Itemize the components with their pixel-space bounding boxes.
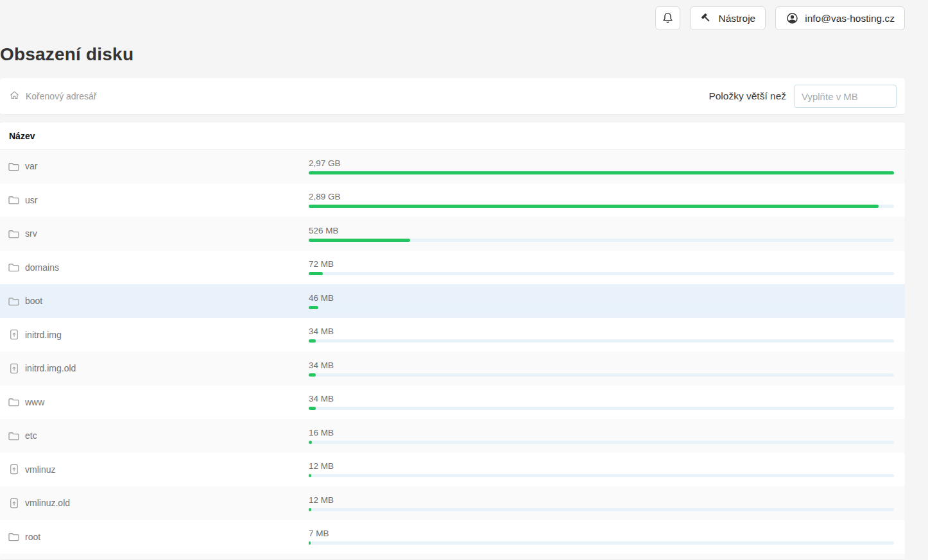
table-row[interactable]: vmlinuz 12 MB bbox=[0, 453, 905, 487]
user-icon bbox=[786, 12, 799, 25]
usage-bar-fill bbox=[309, 407, 316, 410]
page: Nástroje info@vas-hosting.cz Obsazení di… bbox=[0, 0, 905, 559]
name-cell: vmlinuz bbox=[0, 464, 309, 475]
usage-bar bbox=[309, 205, 894, 208]
name-cell: srv bbox=[0, 228, 309, 239]
table-row[interactable]: root 7 MB bbox=[0, 520, 905, 554]
usage-cell: 46 MB bbox=[309, 293, 905, 309]
table-header: Název bbox=[0, 123, 905, 149]
usage-bar bbox=[309, 508, 894, 511]
item-name: etc bbox=[25, 430, 37, 441]
name-cell: initrd.img bbox=[0, 329, 309, 340]
usage-bar-fill bbox=[309, 171, 894, 174]
item-name: www bbox=[25, 397, 44, 407]
item-size: 72 MB bbox=[309, 259, 894, 269]
item-size: 526 MB bbox=[309, 226, 894, 235]
topbar: Nástroje info@vas-hosting.cz bbox=[0, 0, 905, 30]
item-name: var bbox=[25, 161, 37, 171]
usage-bar-fill bbox=[309, 239, 410, 242]
item-name: root bbox=[25, 532, 40, 542]
table-row-partial bbox=[0, 554, 905, 559]
usage-cell: 16 MB bbox=[309, 428, 905, 444]
account-button[interactable]: info@vas-hosting.cz bbox=[775, 6, 905, 30]
usage-bar bbox=[309, 272, 894, 275]
toolbar-card: Kořenový adresář Položky větší než bbox=[0, 78, 905, 114]
item-name: initrd.img bbox=[25, 330, 62, 340]
breadcrumb[interactable]: Kořenový adresář bbox=[0, 90, 97, 103]
table-row[interactable]: boot 46 MB bbox=[0, 284, 905, 318]
item-name: vmlinuz bbox=[25, 464, 55, 475]
page-title: Obsazení disku bbox=[0, 44, 905, 65]
table-row[interactable]: initrd.img.old 34 MB bbox=[0, 352, 905, 386]
table-row[interactable]: www 34 MB bbox=[0, 386, 905, 420]
usage-bar-fill bbox=[309, 441, 312, 444]
bell-icon bbox=[661, 12, 675, 25]
item-size: 7 MB bbox=[309, 529, 894, 538]
table-row[interactable]: etc 16 MB bbox=[0, 419, 905, 453]
table-row[interactable]: initrd.img 34 MB bbox=[0, 318, 905, 352]
item-name: vmlinuz.old bbox=[25, 498, 70, 508]
folder-icon bbox=[8, 431, 19, 441]
usage-cell: 2,97 GB bbox=[309, 158, 905, 174]
name-cell: usr bbox=[0, 195, 309, 205]
folder-icon bbox=[8, 397, 19, 407]
item-name: initrd.img.old bbox=[25, 363, 76, 373]
table-row[interactable]: vmlinuz.old 12 MB bbox=[0, 486, 905, 520]
usage-cell: 2,89 GB bbox=[309, 192, 905, 208]
item-name: usr bbox=[25, 195, 37, 205]
item-size: 12 MB bbox=[309, 461, 894, 471]
name-cell: domains bbox=[0, 262, 309, 273]
usage-bar-fill bbox=[309, 474, 311, 477]
file-icon bbox=[8, 498, 19, 509]
usage-cell: 12 MB bbox=[309, 495, 905, 511]
usage-bar bbox=[309, 441, 894, 444]
usage-bar bbox=[309, 306, 894, 309]
name-cell: var bbox=[0, 161, 309, 171]
table-row[interactable]: var 2,97 GB bbox=[0, 149, 905, 183]
hammer-icon bbox=[700, 12, 712, 24]
table-row[interactable]: domains 72 MB bbox=[0, 251, 905, 285]
name-cell: www bbox=[0, 397, 309, 407]
name-cell: etc bbox=[0, 430, 309, 441]
usage-bar bbox=[309, 239, 894, 242]
name-cell: initrd.img.old bbox=[0, 363, 309, 374]
tools-button[interactable]: Nástroje bbox=[690, 6, 766, 30]
disk-usage-table: Název var 2,97 GB bbox=[0, 123, 905, 559]
name-cell: root bbox=[0, 532, 309, 542]
tools-button-label: Nástroje bbox=[718, 13, 755, 24]
usage-bar-fill bbox=[309, 205, 879, 208]
folder-icon bbox=[8, 296, 19, 306]
usage-bar bbox=[309, 407, 894, 410]
min-size-input[interactable] bbox=[794, 85, 897, 108]
usage-cell: 12 MB bbox=[309, 461, 905, 477]
account-email: info@vas-hosting.cz bbox=[805, 13, 895, 24]
table-row[interactable]: srv 526 MB bbox=[0, 217, 905, 251]
notifications-button[interactable] bbox=[655, 6, 680, 30]
item-name: srv bbox=[25, 228, 37, 239]
item-size: 46 MB bbox=[309, 293, 894, 303]
usage-cell: 72 MB bbox=[309, 259, 905, 275]
item-name: boot bbox=[25, 296, 42, 306]
file-icon bbox=[8, 464, 19, 475]
folder-icon bbox=[8, 262, 19, 272]
usage-bar-fill bbox=[309, 508, 311, 511]
usage-bar-fill bbox=[309, 339, 316, 343]
name-cell: vmlinuz.old bbox=[0, 498, 309, 509]
table-row[interactable]: usr 2,89 GB bbox=[0, 183, 905, 217]
usage-cell: 34 MB bbox=[309, 327, 905, 343]
usage-bar bbox=[309, 541, 894, 545]
usage-cell: 7 MB bbox=[309, 529, 905, 545]
item-size: 34 MB bbox=[309, 394, 894, 403]
size-filter: Položky větší než bbox=[709, 85, 905, 108]
usage-bar-fill bbox=[309, 272, 323, 275]
item-size: 12 MB bbox=[309, 495, 894, 505]
item-name: domains bbox=[25, 262, 59, 273]
folder-icon bbox=[8, 162, 19, 171]
usage-bar bbox=[309, 373, 894, 377]
file-icon bbox=[8, 329, 19, 340]
usage-cell: 34 MB bbox=[309, 394, 905, 410]
name-column-header: Název bbox=[9, 131, 35, 141]
folder-icon bbox=[8, 195, 19, 205]
usage-bar bbox=[309, 171, 894, 174]
usage-cell: 34 MB bbox=[309, 361, 905, 377]
